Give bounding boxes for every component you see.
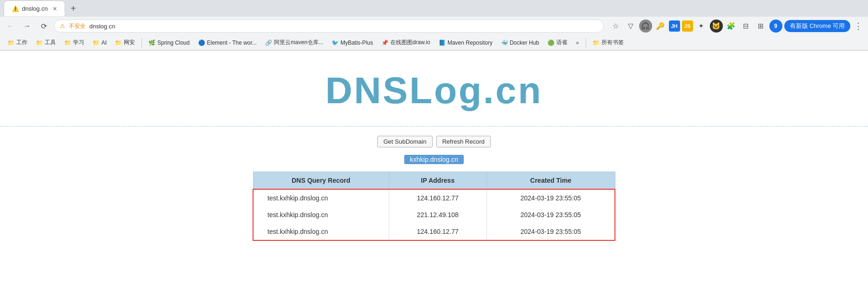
bookmark-gongju[interactable]: 📁 工具 [32, 37, 60, 48]
bookmark-label: MyBatis-Plus [341, 40, 373, 46]
created-time-cell: 2024-03-19 23:55:05 [487, 206, 615, 223]
element-icon: 🔵 [198, 40, 205, 46]
page-content: DNSLog.cn Get SubDomain Refresh Record k… [0, 51, 868, 305]
col-header-ip: IP Address [389, 172, 487, 190]
update-button[interactable]: 有新版 Chrome 可用 [784, 20, 850, 32]
bookmark-mybatis[interactable]: 🐦 MyBatis-Plus [328, 38, 377, 48]
buttons-area: Get SubDomain Refresh Record [377, 136, 491, 147]
table-row: test.kxhkip.dnslog.cn124.160.12.772024-0… [253, 189, 615, 206]
address-bar-input[interactable]: ⚠ 不安全 dnslog.cn [54, 20, 604, 33]
maven-icon: 📘 [439, 40, 446, 46]
bookmark-label: 工具 [45, 39, 56, 46]
dashed-separator [0, 126, 868, 126]
dns-query-cell: test.kxhkip.dnslog.cn [253, 189, 389, 206]
ip-address-cell: 221.12.49.108 [389, 206, 487, 223]
bookmark-label: 所有书签 [601, 39, 624, 46]
bookmark-star-button[interactable]: ☆ [609, 20, 622, 33]
bookmark-label: Maven Repository [447, 40, 493, 46]
dns-table-body: test.kxhkip.dnslog.cn124.160.12.772024-0… [253, 189, 615, 240]
ip-address-cell: 124.160.12.77 [389, 189, 487, 206]
logo-area: DNSLog.cn [325, 51, 542, 126]
bookmark-docker[interactable]: 🐳 Docker Hub [497, 38, 543, 48]
bookmark-label: 工作 [16, 39, 27, 46]
more-bookmarks-button[interactable]: » [572, 38, 583, 48]
folder-icon: 📁 [64, 40, 71, 46]
extension-icon-puzzle[interactable]: 🧩 [725, 20, 738, 33]
bookmark-xuexi[interactable]: 📁 学习 [60, 37, 88, 48]
folder-icon: 📁 [93, 40, 100, 46]
dns-table-wrap: DNS Query Record IP Address Created Time… [253, 172, 615, 241]
bookmark-label: Spring Cloud [157, 40, 189, 46]
folder-icon: 📁 [115, 40, 122, 46]
table-row: test.kxhkip.dnslog.cn221.12.49.1082024-0… [253, 206, 615, 223]
table-row: test.kxhkip.dnslog.cn124.160.12.772024-0… [253, 223, 615, 240]
created-time-cell: 2024-03-19 23:55:05 [487, 223, 615, 240]
tab-favicon: ⚠️ [12, 5, 19, 12]
bookmark-label: 网安 [124, 39, 135, 46]
bookmark-drawio[interactable]: 📌 在线图图draw.io [378, 37, 434, 48]
col-header-time: Created Time [487, 172, 615, 190]
dns-query-cell: test.kxhkip.dnslog.cn [253, 206, 389, 223]
bookmark-label: Docker Hub [510, 40, 539, 46]
address-bar: ← → ⟳ ⚠ 不安全 dnslog.cn ☆ ▽ 🎧 🔑 JH JS ✦ 🐱 … [0, 17, 868, 35]
bookmark-element[interactable]: 🔵 Element - The wor... [194, 38, 260, 48]
tab-close-icon[interactable]: ✕ [53, 6, 57, 12]
address-text: dnslog.cn [89, 23, 115, 30]
created-time-cell: 2024-03-19 23:55:05 [487, 189, 615, 206]
link-icon: 🔗 [265, 40, 272, 46]
bookmark-maven[interactable]: 📘 Maven Repository [435, 38, 496, 48]
yuse-icon: 🟢 [548, 40, 554, 46]
folder-icon-all: 📁 [593, 40, 600, 46]
new-tab-btn[interactable]: + [67, 2, 80, 15]
extension-icon-star[interactable]: ✦ [695, 20, 708, 33]
sidebar-icon[interactable]: ⊟ [740, 20, 753, 33]
menu-button[interactable]: ⋮ [852, 21, 864, 31]
docker-icon: 🐳 [501, 40, 508, 46]
bookmark-wangan[interactable]: 📁 网安 [111, 37, 139, 48]
site-logo: DNSLog.cn [325, 69, 542, 112]
bookmark-yuse[interactable]: 🟢 语雀 [544, 37, 571, 48]
bookmark-label: AI [101, 40, 107, 46]
table-header-row: DNS Query Record IP Address Created Time [253, 172, 615, 190]
extension-icon-jh[interactable]: JH [669, 20, 680, 32]
extension-icon-cat[interactable]: 🐱 [710, 20, 723, 33]
bookmark-all[interactable]: 📁 所有书签 [589, 37, 628, 48]
refresh-record-button[interactable]: Refresh Record [436, 136, 491, 147]
download-icon[interactable]: ▽ [624, 20, 637, 33]
insecure-icon: ⚠ [60, 23, 65, 29]
mybatis-icon: 🐦 [332, 40, 339, 46]
toolbar-icons: ☆ ▽ 🎧 🔑 JH JS ✦ 🐱 🧩 ⊟ ⊞ 9 有新版 Chrome 可用 … [609, 20, 864, 33]
bookmark-gongzuo[interactable]: 📁 工作 [4, 37, 31, 48]
bookmark-label: 学习 [73, 39, 84, 46]
folder-icon: 📁 [7, 40, 14, 46]
col-header-dns: DNS Query Record [253, 172, 389, 190]
tab-bar: ⚠️ dnslog.cn ✕ + [0, 0, 868, 17]
folder-icon: 📁 [36, 40, 43, 46]
extension-icon-1[interactable]: 🎧 [639, 20, 652, 33]
bookmark-aliyun[interactable]: 🔗 阿里云maven仓库... [261, 37, 327, 48]
bookmark-label: 阿里云maven仓库... [274, 39, 323, 46]
spring-icon: 🌿 [148, 40, 155, 46]
dns-query-cell: test.kxhkip.dnslog.cn [253, 223, 389, 240]
bookmark-ai[interactable]: 📁 AI [89, 38, 110, 48]
get-subdomain-button[interactable]: Get SubDomain [377, 136, 433, 147]
bookmark-label: 语雀 [556, 39, 568, 46]
extension-icon-js[interactable]: JS [682, 20, 693, 32]
browser-chrome: ⚠️ dnslog.cn ✕ + ← → ⟳ ⚠ 不安全 dnslog.cn ☆… [0, 0, 868, 51]
drawio-icon: 📌 [381, 40, 388, 46]
active-tab[interactable]: ⚠️ dnslog.cn ✕ [4, 0, 65, 16]
bookmark-label: 在线图图draw.io [390, 39, 430, 46]
insecure-label: 不安全 [69, 22, 86, 30]
extension-icon-2[interactable]: 🔑 [654, 20, 667, 33]
dns-table: DNS Query Record IP Address Created Time… [253, 172, 615, 241]
split-icon[interactable]: ⊞ [754, 20, 768, 33]
profile-button[interactable]: 9 [769, 20, 782, 33]
tab-label: dnslog.cn [22, 5, 48, 12]
bookmark-separator [141, 38, 142, 47]
back-button[interactable]: ← [4, 20, 17, 33]
bookmark-separator-2 [586, 38, 586, 47]
ip-address-cell: 124.160.12.77 [389, 223, 487, 240]
bookmark-spring-cloud[interactable]: 🌿 Spring Cloud [145, 38, 193, 48]
reload-button[interactable]: ⟳ [37, 20, 50, 33]
forward-button[interactable]: → [20, 20, 33, 33]
